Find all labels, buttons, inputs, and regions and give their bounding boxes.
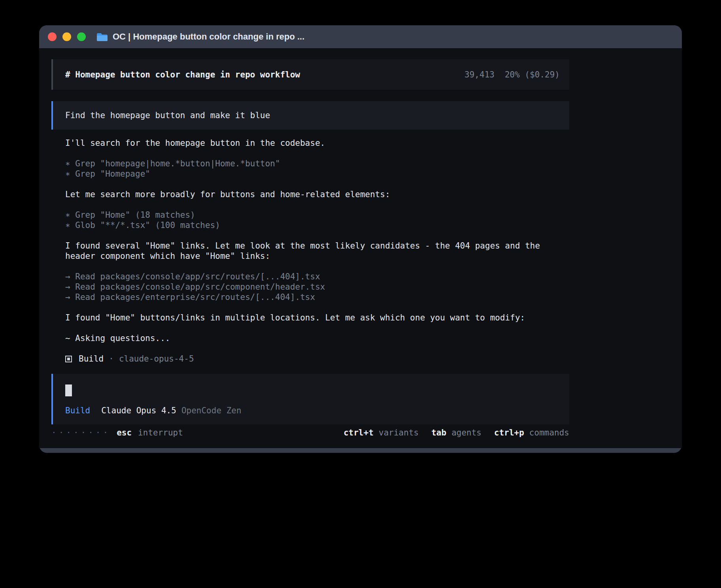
status-bar-right: ctrl+t variants tab agents ctrl+p comman…	[344, 428, 569, 438]
user-message-text: Find the homepage button and make it blu…	[65, 110, 270, 121]
terminal-content[interactable]: # Homepage button color change in repo w…	[39, 48, 682, 448]
agent-mode-label: Build	[65, 405, 90, 416]
context-cost: 20% ($0.29)	[505, 70, 560, 80]
shortcut-key: ctrl+t	[344, 428, 374, 438]
tool-call-read: → Read packages/console/app/src/routes/[…	[65, 271, 569, 282]
shortcut-label: agents	[451, 428, 481, 438]
agent-name: Build	[79, 354, 104, 364]
assistant-paragraph: I found "Home" buttons/links in multiple…	[65, 313, 563, 323]
status-bar-left: ········ esc interrupt	[51, 428, 183, 438]
user-message: Find the homepage button and make it blu…	[51, 101, 569, 130]
shortcut-agents: tab agents	[431, 428, 481, 438]
text-cursor	[65, 384, 72, 396]
prompt-input[interactable]: Build Claude Opus 4.5 OpenCode Zen	[51, 374, 569, 424]
model-label: Claude Opus 4.5	[101, 405, 176, 416]
agent-status-line: Build · claude-opus-4-5	[65, 354, 569, 364]
tool-call-grep: ∗ Grep "Homepage"	[65, 169, 569, 179]
esc-hint: interrupt	[138, 428, 183, 438]
session-stats: 39,413 20% ($0.29)	[464, 70, 560, 80]
provider-label: OpenCode Zen	[181, 405, 242, 416]
tool-call-grep: ∗ Grep "Home" (18 matches)	[65, 210, 569, 220]
session-header: # Homepage button color change in repo w…	[51, 59, 569, 90]
tool-call-glob: ∗ Glob "**/*.tsx" (100 matches)	[65, 220, 569, 230]
agent-model: claude-opus-4-5	[119, 354, 194, 364]
shortcut-label: variants	[379, 428, 419, 438]
close-button[interactable]	[48, 32, 57, 41]
tool-call-group: ∗ Grep "homepage|home.*button|Home.*butt…	[65, 158, 569, 179]
assistant-paragraph: I found several "Home" links. Let me loo…	[65, 241, 563, 261]
separator-dot: ·	[109, 354, 114, 364]
zoom-button[interactable]	[77, 32, 86, 41]
shortcut-key: ctrl+p	[494, 428, 524, 438]
assistant-paragraph: Let me search more broadly for buttons a…	[65, 189, 563, 200]
esc-key: esc	[117, 428, 132, 438]
tool-call-grep: ∗ Grep "homepage|home.*button|Home.*butt…	[65, 158, 569, 169]
titlebar[interactable]: OC | Homepage button color change in rep…	[39, 25, 682, 48]
assistant-transcript: I'll search for the homepage button in t…	[51, 130, 569, 374]
tool-call-group: ∗ Grep "Home" (18 matches) ∗ Glob "**/*.…	[65, 210, 569, 230]
shortcut-label: commands	[529, 428, 569, 438]
folder-icon	[97, 32, 108, 41]
shortcut-key: tab	[431, 428, 446, 438]
session-title: # Homepage button color change in repo w…	[65, 70, 300, 80]
assistant-paragraph: I'll search for the homepage button in t…	[65, 138, 563, 148]
working-status: ~ Asking questions...	[65, 333, 569, 343]
minimize-button[interactable]	[62, 32, 71, 41]
spinner-dots: ········	[51, 428, 110, 438]
shortcut-commands: ctrl+p commands	[494, 428, 569, 438]
session-content: # Homepage button color change in repo w…	[51, 59, 569, 438]
title-group: OC | Homepage button color change in rep…	[97, 32, 304, 42]
tool-call-read: → Read packages/enterprise/src/routes/[.…	[65, 292, 569, 302]
window-title: OC | Homepage button color change in rep…	[113, 32, 304, 42]
status-bar: ········ esc interrupt ctrl+t variants t…	[51, 428, 569, 438]
traffic-lights	[48, 32, 86, 41]
input-status-row: Build Claude Opus 4.5 OpenCode Zen	[65, 405, 242, 416]
agent-status-icon	[65, 356, 72, 362]
shortcut-variants: ctrl+t variants	[344, 428, 419, 438]
token-count: 39,413	[464, 70, 495, 80]
tool-call-group: → Read packages/console/app/src/routes/[…	[65, 271, 569, 302]
tool-call-read: → Read packages/console/app/src/componen…	[65, 282, 569, 292]
terminal-window: OC | Homepage button color change in rep…	[39, 25, 682, 453]
